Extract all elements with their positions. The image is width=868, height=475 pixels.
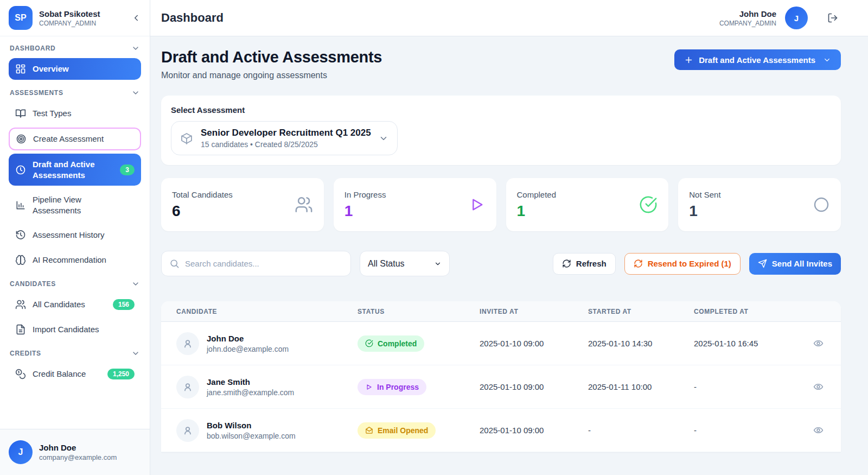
sidebar-item-test-types[interactable]: Test Types: [9, 103, 141, 124]
send-icon: [758, 259, 767, 268]
user-icon: [176, 376, 199, 398]
assessment-dropdown[interactable]: Senior Developer Recruitment Q1 2025 15 …: [171, 121, 398, 155]
sidebar-item-credit-balance[interactable]: Credit Balance 1,250: [9, 363, 141, 385]
chevron-down-icon: [823, 56, 831, 64]
chevron-down-icon: [131, 280, 140, 288]
selected-assessment-meta: 15 candidates • Created 8/25/2025: [201, 140, 371, 149]
candidate-email: john.doe@example.com: [207, 345, 289, 353]
completed-at: -: [694, 426, 792, 435]
send-all-invites-button[interactable]: Send All Invites: [749, 253, 841, 275]
started-at: 2025-01-10 14:30: [588, 339, 694, 348]
stat-not-sent: Not Sent 1: [678, 178, 841, 231]
sidebar-item-ai-recommendation[interactable]: AI Recommendation: [9, 249, 141, 271]
sidebar-item-pipeline-view[interactable]: Pipeline View Assessments: [9, 189, 141, 221]
chevron-down-icon: [434, 260, 442, 268]
section-assessments[interactable]: ASSESSMENTS: [10, 88, 140, 97]
sidebar-item-all-candidates[interactable]: All Candidates 156: [9, 294, 141, 315]
brain-icon: [15, 255, 26, 265]
col-completed-at: COMPLETED AT: [694, 308, 792, 315]
sidebar-item-label: Assessment History: [33, 230, 105, 240]
app-role: COMPANY_ADMIN: [39, 20, 100, 27]
sidebar-item-label: Test Types: [33, 108, 71, 119]
status-filter-select[interactable]: All Status: [360, 251, 450, 276]
candidates-table: CANDIDATE STATUS INVITED AT STARTED AT C…: [161, 301, 841, 452]
chevron-down-icon: [379, 134, 388, 143]
check-circle-icon: [639, 195, 658, 214]
page-subtitle: Monitor and manage ongoing assessments: [161, 71, 382, 80]
sidebar-item-assessment-history[interactable]: Assessment History: [9, 224, 141, 246]
history-icon: [15, 230, 26, 240]
coins-icon: [15, 369, 26, 379]
search-input[interactable]: [185, 259, 343, 268]
sidebar-user-name: John Doe: [39, 443, 117, 452]
col-invited-at: INVITED AT: [480, 308, 588, 315]
sidebar: SP Sobat Psikotest COMPANY_ADMIN DASHBOA…: [0, 0, 150, 475]
draft-active-count-badge: 3: [120, 164, 135, 175]
grid-icon: [15, 64, 26, 74]
stat-value: 1: [517, 202, 557, 220]
completed-at: 2025-01-10 16:45: [694, 339, 792, 348]
section-dashboard[interactable]: DASHBOARD: [10, 44, 140, 53]
candidate-email: bob.wilson@example.com: [207, 432, 296, 440]
eye-icon[interactable]: [813, 338, 824, 349]
stat-total-candidates: Total Candidates 6: [161, 178, 324, 231]
users-icon: [295, 195, 313, 214]
topbar-user-name: John Doe: [719, 9, 776, 18]
user-icon: [176, 419, 199, 442]
candidate-name: Jane Smith: [207, 377, 294, 387]
page-title: Draft and Active Assessments: [161, 48, 382, 66]
new-assessment-button[interactable]: Draft and Active Assessments: [674, 49, 841, 70]
eye-icon[interactable]: [813, 425, 824, 435]
topbar-user-role: COMPANY_ADMIN: [719, 20, 776, 27]
mail-open-icon: [365, 426, 373, 434]
credit-balance-badge: 1,250: [107, 369, 135, 379]
sidebar-user-card[interactable]: J John Doe company@example.com: [0, 429, 150, 475]
refresh-button[interactable]: Refresh: [553, 253, 616, 275]
candidate-email: jane.smith@example.com: [207, 388, 294, 397]
package-icon: [180, 132, 193, 145]
col-candidate: CANDIDATE: [176, 308, 358, 315]
new-assessment-label: Draft and Active Assessments: [699, 55, 815, 65]
stat-completed: Completed 1: [506, 178, 669, 231]
stats-grid: Total Candidates 6 In Progress 1 Complet…: [161, 178, 841, 231]
toolbar: All Status Refresh Resend to Expired (1)…: [161, 251, 841, 276]
sidebar-item-label: Create Assessment: [33, 134, 104, 144]
sidebar-item-import-candidates[interactable]: Import Candidates: [9, 319, 141, 340]
stat-in-progress: In Progress 1: [334, 178, 496, 231]
sidebar-item-overview[interactable]: Overview: [9, 58, 141, 80]
stat-value: 6: [172, 202, 233, 220]
completed-at: -: [694, 382, 792, 391]
stat-value: 1: [689, 202, 720, 220]
select-assessment-card: Select Assessment Senior Developer Recru…: [161, 96, 841, 165]
sidebar-item-draft-active[interactable]: Draft and Active Assessments 3: [9, 154, 141, 186]
col-status: STATUS: [358, 308, 480, 315]
book-open-icon: [15, 108, 26, 119]
resend-expired-button[interactable]: Resend to Expired (1): [624, 253, 741, 275]
sidebar-item-create-assessment[interactable]: Create Assessment: [9, 128, 141, 150]
refresh-icon: [562, 259, 571, 268]
candidate-name: Bob Wilson: [207, 421, 296, 430]
page-breadcrumb-title: Dashboard: [161, 11, 224, 25]
avatar: J: [9, 440, 33, 464]
table-row: Jane Smith jane.smith@example.com In Pro…: [161, 365, 841, 409]
user-icon: [176, 332, 199, 355]
sidebar-item-label: Pipeline View Assessments: [33, 194, 98, 216]
sidebar-item-label: Import Candidates: [33, 324, 99, 335]
target-icon: [16, 134, 27, 144]
select-assessment-label: Select Assessment: [171, 105, 831, 115]
invited-at: 2025-01-10 09:00: [480, 382, 588, 391]
eye-icon[interactable]: [813, 382, 824, 392]
section-credits[interactable]: CREDITS: [10, 349, 140, 358]
invited-at: 2025-01-10 09:00: [480, 339, 588, 348]
status-filter-value: All Status: [368, 259, 405, 269]
logout-icon[interactable]: [827, 12, 838, 23]
avatar[interactable]: J: [785, 7, 808, 29]
chevron-down-icon: [131, 44, 140, 53]
status-badge: In Progress: [358, 379, 426, 395]
section-candidates[interactable]: CANDIDATES: [10, 280, 140, 288]
search-icon: [169, 258, 180, 269]
sidebar-item-label: Credit Balance: [33, 369, 86, 379]
file-text-icon: [15, 324, 26, 335]
bar-chart-icon: [15, 200, 26, 211]
sidebar-collapse-icon[interactable]: [131, 13, 141, 23]
